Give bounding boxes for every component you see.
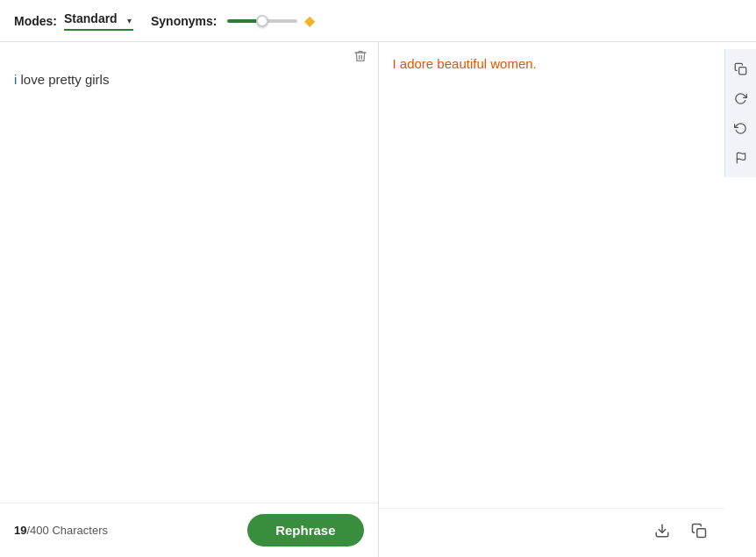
rephrase-button[interactable]: Rephrase xyxy=(247,514,363,546)
copy-button[interactable] xyxy=(688,519,710,546)
mode-select[interactable]: Standard Fluency Creative xyxy=(64,11,133,31)
diamond-icon: ◆ xyxy=(304,12,315,29)
right-footer xyxy=(379,508,725,557)
slider-thumb xyxy=(256,15,268,27)
flag-icon-button[interactable] xyxy=(729,146,753,170)
download-button[interactable] xyxy=(651,519,674,546)
output-text-area: I adore beautiful women. xyxy=(379,42,757,557)
right-panel: I adore beautiful women. xyxy=(379,42,757,557)
left-panel: i love pretty girls 19/400 Characters Re… xyxy=(0,42,379,557)
output-text-body: adore beautiful women. xyxy=(396,56,537,71)
svg-rect-3 xyxy=(697,529,706,538)
mode-select-wrapper[interactable]: Standard Fluency Creative ▾ xyxy=(64,11,133,31)
copy-to-clipboard-icon-button[interactable] xyxy=(729,56,753,81)
undo-icon-button[interactable] xyxy=(729,116,753,140)
left-footer: 19/400 Characters Rephrase xyxy=(0,503,378,557)
input-text-body: love pretty girls xyxy=(17,72,109,87)
svg-rect-0 xyxy=(739,67,746,74)
refresh-icon-button[interactable] xyxy=(729,86,753,111)
right-sidebar-icons xyxy=(724,49,756,177)
synonyms-label: Synonyms: xyxy=(151,14,217,28)
left-panel-top xyxy=(0,42,378,68)
toolbar: Modes: Standard Fluency Creative ▾ Synon… xyxy=(0,0,756,42)
main-area: i love pretty girls 19/400 Characters Re… xyxy=(0,42,756,557)
char-count-number: 19 xyxy=(14,524,26,537)
synonyms-slider-wrapper[interactable]: ◆ xyxy=(227,12,315,29)
char-label: Characters xyxy=(52,524,108,537)
clear-button[interactable] xyxy=(350,47,371,68)
slider-track[interactable] xyxy=(227,19,297,23)
char-max: 400 xyxy=(30,524,49,537)
modes-label: Modes: xyxy=(14,14,57,28)
char-count: 19/400 Characters xyxy=(14,524,108,537)
input-text-area[interactable]: i love pretty girls xyxy=(0,68,378,557)
